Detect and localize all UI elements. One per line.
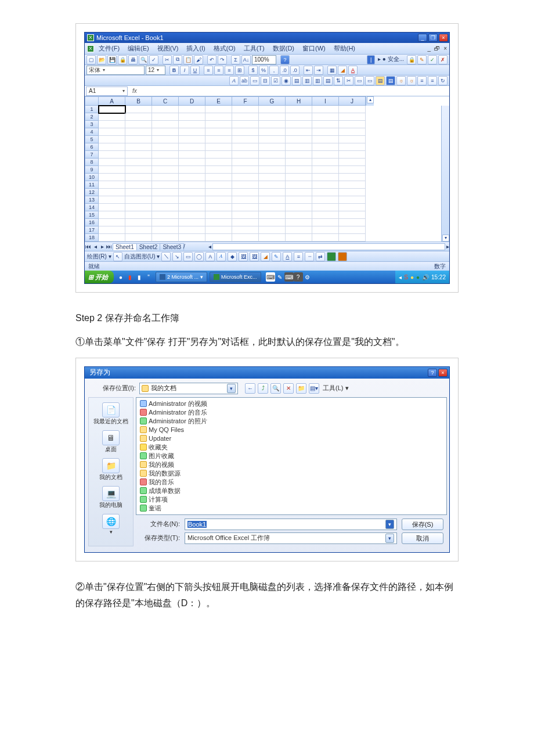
cell[interactable] — [312, 189, 339, 196]
cell[interactable] — [125, 219, 152, 226]
align-left-icon[interactable]: ≡ — [204, 66, 213, 75]
cell[interactable] — [259, 113, 286, 121]
menu-tools[interactable]: 工具(T) — [240, 44, 268, 53]
cell[interactable] — [312, 166, 339, 174]
fx-icon[interactable]: fx — [129, 88, 140, 94]
ex-icon[interactable]: ☼ — [396, 76, 406, 85]
row-hdr[interactable]: 5 — [85, 136, 99, 143]
cell[interactable] — [339, 181, 366, 189]
col-hdr[interactable]: E — [205, 96, 232, 106]
draw-menu[interactable]: 绘图(R) ▾ — [87, 253, 111, 261]
ex-icon[interactable]: ◉ — [282, 76, 291, 85]
fontcolor2-icon[interactable]: A — [283, 252, 292, 261]
cell[interactable] — [312, 106, 339, 113]
row-hdr[interactable]: 2 — [85, 113, 99, 121]
arrowstyle-icon[interactable]: ⇄ — [316, 252, 325, 261]
list-item[interactable]: 我的视频 — [140, 460, 443, 469]
place-computer[interactable]: 💻我的电脑 — [99, 486, 122, 509]
ex-icon[interactable]: ▤ — [292, 76, 301, 85]
cell[interactable] — [99, 166, 125, 174]
cell[interactable] — [152, 226, 179, 234]
cell[interactable] — [312, 226, 339, 234]
doc-close[interactable]: × — [443, 45, 447, 52]
sec-icon-3[interactable]: ✓ — [428, 55, 437, 64]
save-location-combo[interactable]: 我的文档 ▾ — [139, 383, 238, 394]
cell[interactable] — [205, 219, 232, 226]
list-item[interactable]: 童谣 — [140, 504, 443, 513]
dec-dec-icon[interactable]: .0 — [290, 66, 300, 75]
cell[interactable] — [286, 128, 312, 136]
col-hdr[interactable]: F — [232, 96, 259, 106]
list-item[interactable]: 我的数据源 — [140, 469, 443, 478]
delete-icon[interactable]: ✕ — [283, 383, 294, 394]
row-hdr[interactable]: 9 — [85, 166, 99, 174]
cell[interactable] — [232, 234, 259, 242]
filename-input[interactable]: Book1 ▾ — [185, 519, 397, 530]
row-hdr[interactable]: 11 — [85, 181, 99, 189]
cell[interactable] — [179, 174, 205, 181]
list-item[interactable]: 我的音乐 — [140, 478, 443, 487]
col-hdr[interactable]: I — [312, 96, 339, 106]
help-icon[interactable]: ? — [280, 55, 290, 64]
cell[interactable] — [205, 204, 232, 211]
col-hdr[interactable]: B — [125, 96, 152, 106]
cell[interactable] — [179, 121, 205, 128]
textbox-icon[interactable]: A — [205, 252, 215, 261]
cells[interactable] — [99, 106, 441, 242]
cell[interactable] — [179, 196, 205, 204]
cell[interactable] — [259, 204, 286, 211]
cell[interactable] — [99, 113, 125, 121]
cell[interactable] — [205, 166, 232, 174]
cell[interactable] — [152, 204, 179, 211]
cell[interactable] — [179, 226, 205, 234]
ime-icon[interactable]: ⌨ — [266, 272, 275, 282]
cell[interactable] — [259, 174, 286, 181]
cell[interactable] — [286, 151, 312, 159]
oval-icon[interactable]: ◯ — [194, 252, 204, 261]
cell[interactable] — [99, 143, 125, 151]
ime-icon[interactable]: ⌨ — [284, 272, 294, 282]
cell[interactable] — [339, 204, 366, 211]
tray-icon[interactable]: ● — [410, 274, 414, 280]
row-hdr[interactable]: 18 — [85, 234, 99, 242]
list-item[interactable]: 图片收藏 — [140, 452, 443, 460]
hscrollbar[interactable]: ◂▸ — [208, 243, 449, 250]
taskbar-item[interactable]: Microsoft Exc... — [210, 272, 261, 282]
maximize-button[interactable]: ❐ — [428, 34, 438, 42]
cell[interactable] — [125, 226, 152, 234]
cell[interactable] — [339, 189, 366, 196]
select-all-corner[interactable] — [85, 96, 99, 106]
chevron-down-icon[interactable]: ▾ — [227, 384, 236, 393]
cell[interactable] — [205, 181, 232, 189]
col-hdr[interactable]: G — [259, 96, 286, 106]
copy-icon[interactable]: ⧉ — [173, 55, 182, 64]
cell[interactable] — [259, 181, 286, 189]
cell[interactable] — [152, 196, 179, 204]
sheet-tab[interactable]: Sheet2 — [136, 243, 161, 250]
cell[interactable] — [259, 226, 286, 234]
ex-icon[interactable]: ▭ — [355, 76, 364, 85]
cell[interactable] — [99, 106, 125, 113]
cell[interactable] — [286, 211, 312, 219]
cell[interactable] — [312, 234, 339, 242]
cell[interactable] — [99, 234, 125, 242]
undo-icon[interactable]: ↶ — [207, 55, 217, 64]
cell[interactable] — [99, 226, 125, 234]
cell[interactable] — [205, 189, 232, 196]
list-item[interactable]: Administrator 的视频 — [140, 399, 443, 408]
cell[interactable] — [125, 121, 152, 128]
cell[interactable] — [312, 136, 339, 143]
tray-icon[interactable]: 🔊 — [422, 274, 429, 280]
cell[interactable] — [339, 159, 366, 166]
row-hdr[interactable]: 16 — [85, 219, 99, 226]
ime-icon[interactable]: ✎ — [275, 272, 284, 282]
cell[interactable] — [259, 151, 286, 159]
cell[interactable] — [205, 113, 232, 121]
cell[interactable] — [312, 219, 339, 226]
fontsize-combo[interactable]: 12▾ — [146, 66, 165, 75]
cell[interactable] — [99, 204, 125, 211]
cell[interactable] — [312, 204, 339, 211]
cell[interactable] — [205, 234, 232, 242]
cell[interactable] — [125, 196, 152, 204]
cell[interactable] — [152, 189, 179, 196]
